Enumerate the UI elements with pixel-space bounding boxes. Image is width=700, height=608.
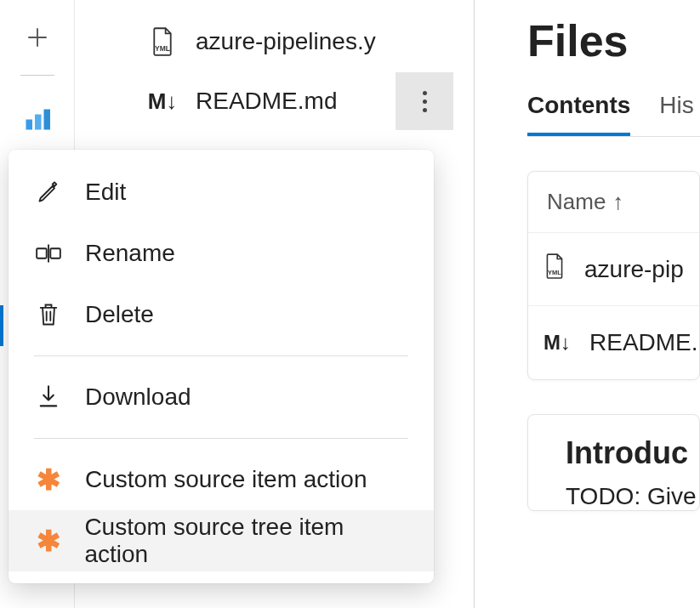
rename-icon bbox=[34, 241, 63, 265]
asterisk-icon: ✱ bbox=[34, 463, 63, 497]
markdown-file-icon: M↓ bbox=[543, 331, 571, 355]
menu-label: Rename bbox=[85, 240, 175, 267]
trash-icon bbox=[34, 302, 63, 327]
svg-rect-6 bbox=[50, 248, 60, 259]
menu-label: Edit bbox=[85, 179, 126, 206]
yml-file-icon: YML bbox=[147, 27, 178, 56]
menu-label: Custom source tree item action bbox=[84, 514, 408, 568]
column-label: Name bbox=[547, 189, 606, 215]
menu-custom-tree-item-action[interactable]: ✱ Custom source tree item action bbox=[9, 510, 434, 571]
menu-rename[interactable]: Rename bbox=[9, 223, 434, 284]
file-table: Name ↑ YML azure-pip M↓ README.r bbox=[527, 171, 700, 380]
svg-rect-5 bbox=[37, 248, 47, 259]
readme-heading: Introduc bbox=[528, 435, 699, 471]
menu-edit[interactable]: Edit bbox=[9, 162, 434, 223]
menu-label: Delete bbox=[85, 301, 154, 328]
menu-separator bbox=[34, 438, 408, 439]
context-menu: Edit Rename Delete Download ✱ Custom sou… bbox=[9, 150, 434, 583]
more-icon bbox=[423, 91, 427, 112]
file-name: azure-pip bbox=[584, 256, 684, 283]
asterisk-icon: ✱ bbox=[34, 524, 62, 558]
svg-rect-0 bbox=[26, 120, 33, 130]
menu-separator bbox=[34, 355, 408, 356]
markdown-file-icon: M↓ bbox=[147, 88, 178, 115]
add-button[interactable] bbox=[0, 0, 75, 75]
svg-rect-1 bbox=[35, 115, 42, 130]
page-title: Files bbox=[527, 15, 700, 66]
readme-body: TODO: Give bbox=[528, 483, 699, 510]
nav-item-artifacts[interactable] bbox=[0, 599, 75, 608]
menu-download[interactable]: Download bbox=[9, 367, 434, 428]
chart-icon bbox=[22, 103, 53, 134]
tree-file-item[interactable]: M↓ README.md bbox=[75, 71, 474, 131]
menu-label: Download bbox=[85, 384, 191, 411]
svg-text:YML: YML bbox=[155, 44, 170, 53]
nav-item-boards[interactable] bbox=[0, 91, 75, 145]
table-row[interactable]: YML azure-pip bbox=[528, 233, 699, 306]
menu-delete[interactable]: Delete bbox=[9, 284, 434, 345]
menu-custom-item-action[interactable]: ✱ Custom source item action bbox=[9, 449, 434, 510]
svg-rect-2 bbox=[44, 110, 51, 130]
tree-file-label: README.md bbox=[196, 88, 337, 115]
pencil-icon bbox=[34, 180, 63, 204]
content-pane: Files Contents His Name ↑ YML azure-pip … bbox=[475, 0, 700, 608]
svg-text:YML: YML bbox=[548, 269, 561, 276]
tabs: Contents His bbox=[527, 92, 700, 137]
plus-icon bbox=[25, 25, 50, 50]
file-name: README.r bbox=[589, 329, 700, 356]
tree-file-item[interactable]: YML azure-pipelines.y bbox=[75, 12, 474, 71]
nav-divider bbox=[20, 75, 54, 76]
more-actions-button[interactable] bbox=[396, 72, 453, 130]
menu-label: Custom source item action bbox=[85, 466, 367, 493]
readme-preview: Introduc TODO: Give bbox=[527, 414, 700, 511]
tab-contents[interactable]: Contents bbox=[527, 92, 630, 136]
download-icon bbox=[34, 384, 63, 410]
tab-history[interactable]: His bbox=[659, 92, 693, 136]
yml-file-icon: YML bbox=[543, 253, 566, 285]
table-row[interactable]: M↓ README.r bbox=[528, 306, 699, 379]
tree-file-label: azure-pipelines.y bbox=[196, 28, 376, 55]
table-column-name[interactable]: Name ↑ bbox=[528, 172, 699, 233]
sort-asc-icon: ↑ bbox=[612, 189, 623, 215]
